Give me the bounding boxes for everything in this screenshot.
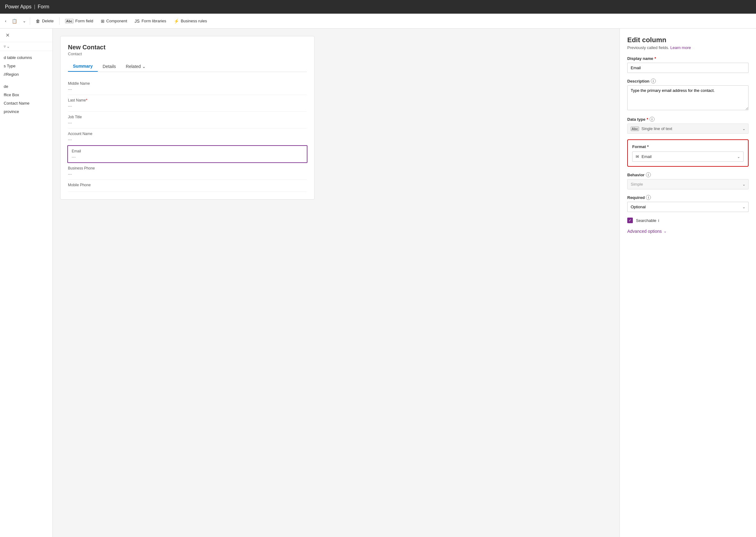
searchable-row: ✓ Searchable i: [627, 218, 748, 223]
field-business-phone-label: Business Phone: [68, 166, 307, 170]
data-type-icon: Abc: [631, 127, 639, 131]
format-group: Format * ✉ Email ⌄: [627, 139, 748, 167]
form-tabs: Summary Details Related ⌄: [68, 61, 307, 72]
searchable-label-text: Searchable: [636, 218, 657, 223]
data-type-info-icon: i: [650, 117, 655, 122]
tab-details[interactable]: Details: [98, 61, 121, 72]
display-name-required: *: [655, 56, 656, 61]
data-type-label: Data type * i: [627, 117, 748, 122]
copy-button[interactable]: 📋: [9, 17, 20, 25]
behavior-info-icon: i: [646, 172, 651, 177]
behavior-select-wrapper[interactable]: Simple Calculated Rollup ⌄: [627, 179, 748, 189]
searchable-label: Searchable i: [636, 218, 659, 223]
dropdown-button[interactable]: ⌄: [21, 17, 27, 25]
form-fields: Middle Name --- Last Name* --- Job Title…: [68, 78, 307, 192]
field-email-value: ---: [72, 154, 303, 159]
field-middle-name[interactable]: Middle Name ---: [68, 78, 307, 95]
form-libraries-icon: JS: [134, 19, 139, 23]
required-select[interactable]: Optional Business Recommended Business R…: [627, 202, 748, 212]
sidebar-item-office-box[interactable]: ffice Box: [0, 91, 53, 99]
sidebar-item-region[interactable]: //Region: [0, 70, 53, 78]
display-name-label-text: Display name: [627, 56, 653, 61]
tab-summary[interactable]: Summary: [68, 61, 98, 72]
required-select-wrapper[interactable]: Optional Business Recommended Business R…: [627, 202, 748, 212]
description-info-icon: i: [651, 78, 656, 84]
field-account-name[interactable]: Account Name ---: [68, 129, 307, 145]
data-type-select-wrapper: Abc Single line of text ⌄: [627, 124, 748, 134]
sidebar-header: ✕: [0, 28, 53, 42]
edit-column-panel: Edit column Previously called fields. Le…: [620, 28, 756, 537]
back-button[interactable]: ‹: [4, 17, 8, 25]
panel-title: Edit column: [627, 36, 748, 44]
delete-label: Delete: [42, 19, 54, 23]
component-button[interactable]: ⊞ Component: [98, 17, 130, 25]
display-name-group: Display name *: [627, 56, 748, 73]
format-value: Email: [642, 154, 652, 159]
required-label: Required i: [627, 195, 748, 200]
description-textarea[interactable]: Type the primary email address for the c…: [627, 85, 748, 110]
required-label-text: Required: [627, 195, 645, 200]
component-label: Component: [106, 19, 127, 23]
description-group: Description i Type the primary email add…: [627, 78, 748, 111]
topbar: Power Apps | Form: [0, 0, 756, 14]
data-type-display: Abc Single line of text: [627, 124, 748, 134]
format-email-icon: ✉: [636, 154, 639, 159]
advanced-options-label: Advanced options: [627, 229, 662, 234]
tab-related[interactable]: Related ⌄: [121, 61, 151, 72]
required-group: Required i Optional Business Recommended…: [627, 195, 748, 212]
delete-icon: 🗑: [36, 19, 40, 23]
behavior-label: Behavior i: [627, 172, 748, 177]
form-title: New Contact: [68, 44, 307, 51]
searchable-checkbox[interactable]: ✓: [627, 218, 633, 223]
form-field-button[interactable]: Abc Form field: [62, 17, 96, 25]
format-label: Format *: [632, 145, 743, 149]
filter-chevron: ⌄: [7, 44, 10, 49]
format-chevron: ⌄: [737, 154, 740, 159]
format-select-display[interactable]: ✉ Email ⌄: [632, 151, 743, 162]
field-email-selected[interactable]: Email ---: [67, 145, 307, 163]
business-rules-icon: ⚡: [174, 19, 179, 23]
sidebar-scroll: d table columns s Type //Region de ffice…: [0, 51, 53, 537]
delete-button[interactable]: 🗑 Delete: [33, 17, 57, 25]
learn-more-link[interactable]: Learn more: [670, 45, 691, 50]
field-account-name-value: ---: [68, 137, 307, 142]
form-libraries-button[interactable]: JS Form libraries: [132, 17, 170, 25]
field-mobile-phone[interactable]: Mobile Phone: [68, 180, 307, 192]
field-job-title[interactable]: Job Title ---: [68, 112, 307, 129]
sidebar-item-type[interactable]: s Type: [0, 62, 53, 70]
form-subtitle: Contact: [68, 52, 307, 56]
field-email-label: Email: [72, 149, 303, 153]
business-rules-button[interactable]: ⚡ Business rules: [170, 17, 210, 25]
business-rules-label: Business rules: [181, 19, 207, 23]
sidebar-close-button[interactable]: ✕: [4, 32, 12, 39]
field-business-phone-value: ---: [68, 172, 307, 176]
field-middle-name-label: Middle Name: [68, 81, 307, 86]
data-type-label-text: Data type: [627, 117, 646, 122]
description-label-text: Description: [627, 79, 650, 84]
format-label-text: Format: [632, 145, 646, 149]
sidebar-item-de[interactable]: de: [0, 82, 53, 91]
sidebar-filter-button[interactable]: ▿ ⌄: [4, 44, 10, 49]
sidebar-item-contact-name[interactable]: Contact Name: [0, 99, 53, 107]
format-required: *: [647, 145, 649, 149]
searchable-info-icon: i: [658, 218, 659, 223]
component-icon: ⊞: [101, 19, 104, 23]
field-business-phone[interactable]: Business Phone ---: [68, 163, 307, 180]
toolbar-divider-2: [59, 18, 59, 25]
topbar-section: Form: [38, 4, 49, 10]
sidebar-item-table-columns[interactable]: d table columns: [0, 53, 53, 62]
field-job-title-value: ---: [68, 120, 307, 125]
sidebar-item-province[interactable]: province: [0, 107, 53, 116]
display-name-input[interactable]: [627, 63, 748, 73]
behavior-select[interactable]: Simple Calculated Rollup: [627, 179, 748, 189]
field-last-name[interactable]: Last Name* ---: [68, 95, 307, 112]
data-type-group: Data type * i Abc Single line of text ⌄: [627, 117, 748, 134]
format-select-wrapper: ✉ Email ⌄: [632, 151, 743, 162]
advanced-options-row[interactable]: Advanced options ⌄: [627, 229, 748, 234]
form-field-label: Form field: [75, 19, 94, 23]
sidebar-item-blank1[interactable]: [0, 78, 53, 82]
last-name-required: *: [86, 98, 88, 103]
panel-subtitle: Previously called fields. Learn more: [627, 45, 748, 50]
form-area: New Contact Contact Summary Details Rela…: [53, 28, 620, 537]
data-type-required: *: [647, 117, 648, 122]
